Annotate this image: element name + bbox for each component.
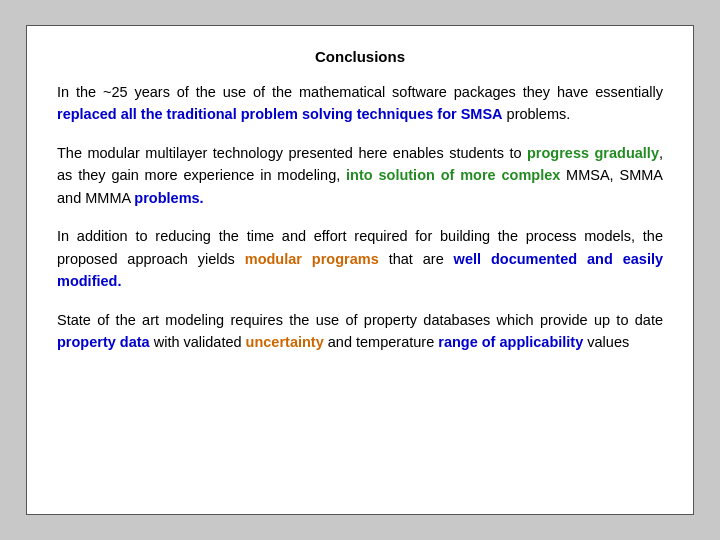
p3-highlight1: modular programs: [245, 251, 379, 267]
p4-highlight3: range of applicability: [438, 334, 583, 350]
paragraph-4: State of the art modeling requires the u…: [57, 309, 663, 354]
p4-text1: State of the art modeling requires the u…: [57, 312, 663, 328]
paragraph-3: In addition to reducing the time and eff…: [57, 225, 663, 292]
p1-highlight1: replaced all the traditional problem sol…: [57, 106, 503, 122]
p4-highlight1: property data: [57, 334, 150, 350]
p3-text2: that are: [379, 251, 454, 267]
p1-text1: In the ~25 years of the use of the mathe…: [57, 84, 663, 100]
p4-text3: and temperature: [324, 334, 438, 350]
p2-highlight1: progress gradually: [527, 145, 659, 161]
p4-text4: values: [583, 334, 629, 350]
p2-highlight2: into solution of more complex: [346, 167, 560, 183]
paragraph-2: The modular multilayer technology presen…: [57, 142, 663, 209]
p1-text2: problems.: [503, 106, 571, 122]
conclusions-card: Conclusions In the ~25 years of the use …: [26, 25, 694, 515]
paragraph-1: In the ~25 years of the use of the mathe…: [57, 81, 663, 126]
page-title: Conclusions: [57, 48, 663, 65]
p4-highlight2: uncertainty: [246, 334, 324, 350]
p2-text1: The modular multilayer technology presen…: [57, 145, 527, 161]
p4-text2: with validated: [150, 334, 246, 350]
p2-highlight3: problems.: [134, 190, 203, 206]
